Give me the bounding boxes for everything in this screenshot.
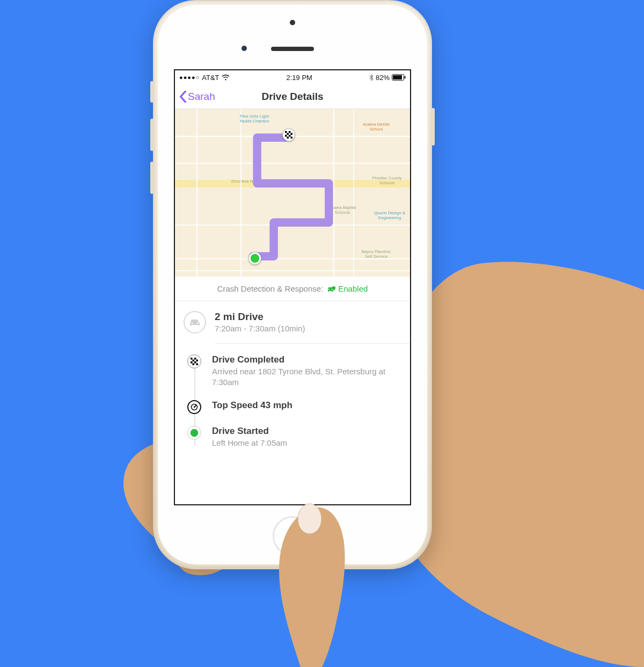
timeline-item-top-speed: Top Speed 43 mph: [184, 400, 401, 414]
car-shield-icon: [326, 285, 336, 293]
svg-rect-5: [287, 133, 289, 135]
car-icon: [184, 311, 206, 334]
proximity-sensor-icon: [241, 46, 247, 51]
map-poi-label: Bayou Ramirez Self Service: [360, 250, 392, 259]
mute-switch: [150, 81, 153, 103]
battery-icon: [392, 74, 406, 81]
map-poi-label: Azalea Middle School: [360, 122, 392, 132]
carrier-label: AT&T: [202, 74, 219, 82]
battery-percent: 82%: [376, 74, 390, 82]
svg-point-20: [194, 406, 195, 408]
home-button[interactable]: [273, 516, 312, 556]
start-pin-dot-icon: [248, 252, 261, 265]
timeline-title: Top Speed 43 mph: [212, 400, 292, 411]
svg-rect-8: [289, 135, 291, 137]
svg-rect-15: [191, 361, 193, 364]
svg-rect-12: [194, 358, 196, 360]
drive-distance-title: 2 mi Drive: [215, 311, 305, 323]
start-dot-icon: [187, 426, 201, 440]
back-label: Sarah: [188, 91, 215, 103]
volume-down-button: [150, 162, 153, 194]
status-clock: 2:19 PM: [287, 74, 312, 82]
volume-up-button: [150, 119, 153, 151]
svg-rect-10: [291, 137, 293, 139]
svg-rect-16: [194, 361, 196, 364]
speaker-icon: [271, 47, 314, 51]
crash-detection-status: Enabled: [338, 284, 368, 293]
map-poi-label: 22nd Ave N: [226, 179, 258, 184]
phone-frame: ●●●●○ AT&T 2:19 PM 82%: [153, 0, 432, 569]
timeline-item-completed: Drive Completed Arrived near 1802 Tyrone…: [184, 354, 401, 388]
signal-strength-icon: ●●●●○: [179, 74, 200, 81]
map-poi-label: Pinellas County Schools: [371, 176, 403, 186]
camera-icon: [290, 20, 295, 25]
timeline-title: Drive Started: [212, 426, 287, 437]
end-pin-checker-icon: [282, 128, 295, 141]
svg-rect-4: [289, 131, 291, 133]
checker-icon: [187, 354, 201, 368]
map-poi-label: Pine Girls Light Tackle Charters: [238, 114, 270, 124]
bluetooth-icon: [369, 74, 374, 81]
chevron-left-icon: [179, 91, 187, 103]
drive-timeline: Drive Completed Arrived near 1802 Tyrone…: [175, 344, 410, 458]
timeline-subtitle: Left Home at 7:05am: [212, 438, 287, 448]
svg-rect-11: [191, 358, 193, 360]
back-button[interactable]: Sarah: [179, 91, 215, 103]
svg-rect-1: [393, 75, 402, 79]
drive-summary: 2 mi Drive 7:20am - 7:30am (10min): [175, 301, 410, 343]
crash-detection-row: Crash Detection & Response: Enabled: [175, 277, 410, 301]
svg-rect-17: [193, 364, 195, 366]
speedometer-icon: [187, 400, 201, 414]
nav-bar: Sarah Drive Details: [175, 84, 410, 109]
drive-time-subtitle: 7:20am - 7:30am (10min): [215, 324, 305, 333]
timeline-item-started: Drive Started Left Home at 7:05am: [184, 426, 401, 448]
svg-rect-6: [291, 133, 293, 135]
crash-detection-label: Crash Detection & Response:: [217, 284, 324, 293]
route-map[interactable]: Pine Girls Light Tackle ChartersAzalea M…: [175, 109, 410, 277]
map-poi-label: Azalea Baptist Schools: [326, 206, 358, 215]
wifi-icon: [222, 75, 230, 81]
timeline-subtitle: Arrived near 1802 Tyrone Blvd, St. Peter…: [212, 366, 401, 388]
svg-rect-18: [196, 364, 199, 366]
screen: ●●●●○ AT&T 2:19 PM 82%: [174, 69, 411, 505]
svg-rect-7: [285, 135, 287, 137]
status-bar: ●●●●○ AT&T 2:19 PM 82%: [175, 70, 410, 84]
timeline-title: Drive Completed: [212, 354, 401, 365]
svg-rect-9: [287, 137, 289, 139]
map-poi-label: Quorin Design & Engineering: [374, 211, 406, 221]
svg-rect-13: [193, 360, 195, 362]
svg-rect-2: [404, 76, 405, 79]
svg-rect-14: [196, 360, 199, 362]
power-button: [431, 108, 435, 146]
svg-rect-3: [285, 131, 287, 133]
